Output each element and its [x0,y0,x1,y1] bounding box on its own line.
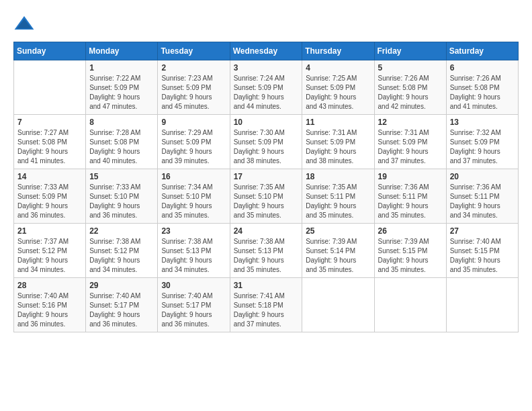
calendar-body: 1Sunrise: 7:22 AM Sunset: 5:09 PM Daylig… [14,60,519,332]
day-number: 25 [306,226,370,236]
day-number: 2 [161,63,226,73]
calendar-week-1: 7Sunrise: 7:27 AM Sunset: 5:08 PM Daylig… [14,115,519,169]
day-info: Sunrise: 7:36 AM Sunset: 5:11 PM Dayligh… [450,183,515,220]
calendar-cell-w4-d2: 30Sunrise: 7:40 AM Sunset: 5:17 PM Dayli… [158,278,230,332]
calendar-week-3: 21Sunrise: 7:37 AM Sunset: 5:12 PM Dayli… [14,224,519,278]
calendar-cell-w3-d4: 25Sunrise: 7:39 AM Sunset: 5:14 PM Dayli… [302,224,374,278]
day-info: Sunrise: 7:35 AM Sunset: 5:11 PM Dayligh… [306,183,370,220]
day-number: 11 [306,118,370,127]
day-info: Sunrise: 7:39 AM Sunset: 5:15 PM Dayligh… [378,237,443,275]
day-number: 30 [161,281,226,290]
calendar-cell-w1-d0: 7Sunrise: 7:27 AM Sunset: 5:08 PM Daylig… [14,115,86,169]
calendar-cell-w0-d3: 3Sunrise: 7:24 AM Sunset: 5:09 PM Daylig… [230,60,302,115]
weekday-header-wednesday: Wednesday [230,42,302,60]
day-number: 17 [234,172,299,181]
day-number: 22 [89,226,154,236]
day-info: Sunrise: 7:31 AM Sunset: 5:09 PM Dayligh… [378,128,443,166]
day-info: Sunrise: 7:38 AM Sunset: 5:13 PM Dayligh… [161,237,226,275]
day-number: 12 [378,118,443,127]
calendar-cell-w3-d1: 22Sunrise: 7:38 AM Sunset: 5:12 PM Dayli… [86,224,158,278]
calendar-cell-w1-d1: 8Sunrise: 7:28 AM Sunset: 5:08 PM Daylig… [86,115,158,169]
day-number: 6 [450,63,515,73]
day-info: Sunrise: 7:24 AM Sunset: 5:09 PM Dayligh… [234,74,299,111]
calendar-cell-w0-d1: 1Sunrise: 7:22 AM Sunset: 5:09 PM Daylig… [86,60,158,115]
day-number: 3 [234,63,299,73]
day-info: Sunrise: 7:30 AM Sunset: 5:09 PM Dayligh… [234,128,299,166]
calendar-table: SundayMondayTuesdayWednesdayThursdayFrid… [13,42,519,332]
calendar-cell-w4-d5 [374,278,446,332]
day-info: Sunrise: 7:29 AM Sunset: 5:09 PM Dayligh… [161,128,226,166]
calendar-cell-w2-d1: 15Sunrise: 7:33 AM Sunset: 5:10 PM Dayli… [86,169,158,224]
calendar-cell-w0-d4: 4Sunrise: 7:25 AM Sunset: 5:09 PM Daylig… [302,60,374,115]
weekday-header-monday: Monday [86,42,158,60]
day-number: 5 [378,63,443,73]
day-info: Sunrise: 7:38 AM Sunset: 5:12 PM Dayligh… [89,237,154,275]
day-number: 8 [89,118,154,127]
day-info: Sunrise: 7:36 AM Sunset: 5:11 PM Dayligh… [378,183,443,220]
day-number: 7 [17,118,82,127]
day-number: 20 [450,172,515,181]
day-number: 26 [378,226,443,236]
calendar-cell-w4-d4 [302,278,374,332]
day-number: 18 [306,172,370,181]
logo [13,13,38,35]
logo-icon [13,13,35,35]
calendar-cell-w2-d5: 19Sunrise: 7:36 AM Sunset: 5:11 PM Dayli… [374,169,446,224]
calendar-cell-w0-d6: 6Sunrise: 7:26 AM Sunset: 5:08 PM Daylig… [446,60,518,115]
calendar-header: SundayMondayTuesdayWednesdayThursdayFrid… [14,42,519,60]
calendar-cell-w1-d5: 12Sunrise: 7:31 AM Sunset: 5:09 PM Dayli… [374,115,446,169]
calendar-cell-w2-d3: 17Sunrise: 7:35 AM Sunset: 5:10 PM Dayli… [230,169,302,224]
day-number: 9 [161,118,226,127]
calendar-cell-w1-d3: 10Sunrise: 7:30 AM Sunset: 5:09 PM Dayli… [230,115,302,169]
day-info: Sunrise: 7:40 AM Sunset: 5:17 PM Dayligh… [89,291,154,329]
calendar-cell-w3-d5: 26Sunrise: 7:39 AM Sunset: 5:15 PM Dayli… [374,224,446,278]
day-info: Sunrise: 7:38 AM Sunset: 5:13 PM Dayligh… [234,237,299,275]
day-info: Sunrise: 7:37 AM Sunset: 5:12 PM Dayligh… [17,237,82,275]
day-number: 10 [234,118,299,127]
day-info: Sunrise: 7:34 AM Sunset: 5:10 PM Dayligh… [161,183,226,220]
day-number: 23 [161,226,226,236]
day-number: 1 [89,63,154,73]
day-info: Sunrise: 7:39 AM Sunset: 5:14 PM Dayligh… [306,237,370,275]
day-number: 14 [17,172,82,181]
day-number: 28 [17,281,82,290]
day-info: Sunrise: 7:23 AM Sunset: 5:09 PM Dayligh… [161,74,226,111]
calendar-cell-w0-d5: 5Sunrise: 7:26 AM Sunset: 5:08 PM Daylig… [374,60,446,115]
day-info: Sunrise: 7:22 AM Sunset: 5:09 PM Dayligh… [89,74,154,111]
calendar-cell-w1-d6: 13Sunrise: 7:32 AM Sunset: 5:09 PM Dayli… [446,115,518,169]
day-info: Sunrise: 7:26 AM Sunset: 5:08 PM Dayligh… [450,74,515,111]
day-info: Sunrise: 7:32 AM Sunset: 5:09 PM Dayligh… [450,128,515,166]
day-info: Sunrise: 7:40 AM Sunset: 5:17 PM Dayligh… [161,291,226,329]
calendar-cell-w4-d0: 28Sunrise: 7:40 AM Sunset: 5:16 PM Dayli… [14,278,86,332]
calendar-cell-w1-d2: 9Sunrise: 7:29 AM Sunset: 5:09 PM Daylig… [158,115,230,169]
day-info: Sunrise: 7:33 AM Sunset: 5:09 PM Dayligh… [17,183,82,220]
day-number: 15 [89,172,154,181]
calendar-cell-w4-d1: 29Sunrise: 7:40 AM Sunset: 5:17 PM Dayli… [86,278,158,332]
day-info: Sunrise: 7:33 AM Sunset: 5:10 PM Dayligh… [89,183,154,220]
calendar-cell-w3-d6: 27Sunrise: 7:40 AM Sunset: 5:15 PM Dayli… [446,224,518,278]
day-number: 4 [306,63,370,73]
calendar-cell-w3-d3: 24Sunrise: 7:38 AM Sunset: 5:13 PM Dayli… [230,224,302,278]
day-info: Sunrise: 7:25 AM Sunset: 5:09 PM Dayligh… [306,74,370,111]
day-number: 19 [378,172,443,181]
day-number: 21 [17,226,82,236]
day-number: 24 [234,226,299,236]
calendar-cell-w2-d0: 14Sunrise: 7:33 AM Sunset: 5:09 PM Dayli… [14,169,86,224]
day-info: Sunrise: 7:40 AM Sunset: 5:16 PM Dayligh… [17,291,82,329]
weekday-header-tuesday: Tuesday [158,42,230,60]
calendar-cell-w0-d2: 2Sunrise: 7:23 AM Sunset: 5:09 PM Daylig… [158,60,230,115]
calendar-cell-w3-d0: 21Sunrise: 7:37 AM Sunset: 5:12 PM Dayli… [14,224,86,278]
day-info: Sunrise: 7:40 AM Sunset: 5:15 PM Dayligh… [450,237,515,275]
day-info: Sunrise: 7:27 AM Sunset: 5:08 PM Dayligh… [17,128,82,166]
day-number: 13 [450,118,515,127]
calendar-cell-w0-d0 [14,60,86,115]
day-info: Sunrise: 7:28 AM Sunset: 5:08 PM Dayligh… [89,128,154,166]
calendar-cell-w1-d4: 11Sunrise: 7:31 AM Sunset: 5:09 PM Dayli… [302,115,374,169]
calendar-cell-w2-d2: 16Sunrise: 7:34 AM Sunset: 5:10 PM Dayli… [158,169,230,224]
calendar-week-0: 1Sunrise: 7:22 AM Sunset: 5:09 PM Daylig… [14,60,519,115]
calendar-cell-w4-d6 [446,278,518,332]
weekday-header-row: SundayMondayTuesdayWednesdayThursdayFrid… [14,42,519,60]
calendar-cell-w2-d4: 18Sunrise: 7:35 AM Sunset: 5:11 PM Dayli… [302,169,374,224]
calendar-cell-w2-d6: 20Sunrise: 7:36 AM Sunset: 5:11 PM Dayli… [446,169,518,224]
calendar-week-4: 28Sunrise: 7:40 AM Sunset: 5:16 PM Dayli… [14,278,519,332]
